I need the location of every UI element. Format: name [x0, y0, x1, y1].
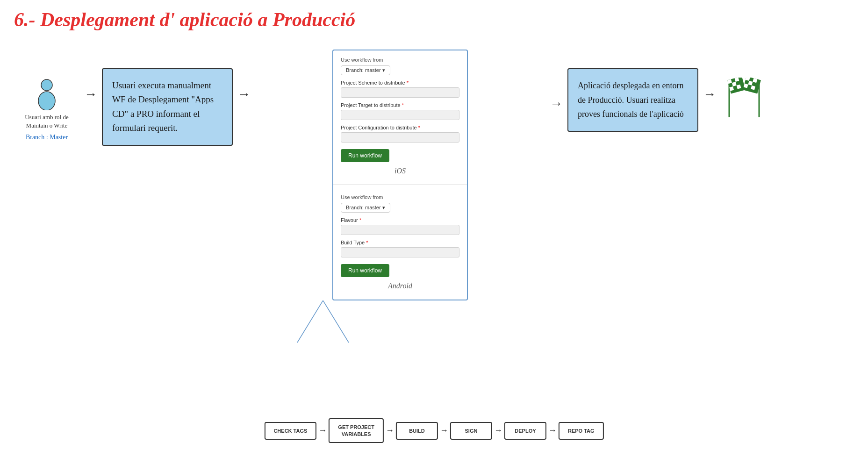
result-box-text: Aplicació desplegada en entorn de Produc… — [578, 79, 688, 121]
ios-field-label-2: Project Configuration to distribute * — [341, 125, 459, 130]
pipeline-step-get-project-variables: GET PROJECTVARIABLES — [329, 418, 384, 443]
blue-box-instruction: Usuari executa manualment WF de Desplega… — [102, 68, 233, 146]
android-input-buildtype[interactable] — [341, 247, 459, 257]
android-required-1: * — [366, 240, 368, 245]
svg-point-0 — [41, 79, 52, 91]
pipeline-container: CHECK TAGS → GET PROJECTVARIABLES → BUIL… — [264, 418, 603, 443]
pipeline-arrow-4: → — [492, 426, 504, 436]
svg-line-3 — [297, 300, 323, 343]
pipeline-step-check-tags: CHECK TAGS — [264, 422, 316, 440]
android-run-workflow-button[interactable]: Run workflow — [341, 264, 389, 277]
pipeline-step-deploy: DEPLOY — [504, 422, 546, 440]
android-workflow-section: Use workflow from Branch: master ▾ Flavo… — [333, 185, 467, 300]
svg-line-2 — [323, 300, 349, 343]
ios-field-label-0: Project Scheme to distribute * — [341, 80, 459, 86]
user-section: Usuari amb rol deMaintain o Write Branch… — [14, 78, 79, 141]
android-required-0: * — [359, 217, 361, 223]
pipeline-step-sign: SIGN — [450, 422, 492, 440]
ios-required-0: * — [407, 80, 409, 86]
arrow-1: → — [79, 87, 102, 102]
pipeline-arrow-1: → — [316, 426, 329, 436]
svg-point-1 — [38, 92, 55, 110]
result-box: Aplicació desplegada en entorn de Produc… — [567, 68, 698, 132]
flag-section — [721, 78, 768, 120]
branch-label: Branch : Master — [26, 134, 68, 141]
main-content: Usuari amb rol deMaintain o Write Branch… — [0, 45, 868, 352]
ios-platform-label: iOS — [341, 162, 459, 178]
pipeline-arrow-3: → — [438, 426, 450, 436]
pipeline-arrow-2: → — [384, 426, 396, 436]
android-workflow-from-label: Use workflow from — [341, 194, 459, 200]
arrow-2: → — [233, 87, 255, 102]
arrow-4: → — [698, 87, 721, 102]
page-title: 6.- Desplegament d' aplicació a Producci… — [0, 0, 868, 36]
ios-input-scheme[interactable] — [341, 87, 459, 98]
android-branch-button[interactable]: Branch: master ▾ — [341, 203, 390, 213]
pipeline-arrow-5: → — [546, 426, 559, 436]
ios-branch-button[interactable]: Branch: master ▾ — [341, 65, 390, 75]
pipeline-step-build: BUILD — [396, 422, 438, 440]
arrow-3: → — [545, 96, 567, 111]
ios-required-1: * — [402, 102, 404, 108]
user-label: Usuari amb rol deMaintain o Write — [25, 113, 69, 130]
workflow-wrapper: Use workflow from Branch: master ▾ Proje… — [255, 50, 545, 347]
funnel-svg — [255, 300, 545, 347]
android-field-label-1: Build Type * — [341, 240, 459, 245]
workflow-panel: Use workflow from Branch: master ▾ Proje… — [332, 50, 468, 300]
ios-workflow-from-label: Use workflow from — [341, 57, 459, 63]
ios-run-workflow-button[interactable]: Run workflow — [341, 149, 389, 162]
user-icon — [34, 78, 60, 110]
ios-required-2: * — [418, 125, 420, 130]
android-field-label-0: Flavour * — [341, 217, 459, 223]
android-platform-label: Android — [341, 277, 459, 293]
blue-box-text: Usuari executa manualment WF de Desplega… — [112, 79, 222, 136]
android-input-flavour[interactable] — [341, 225, 459, 235]
ios-input-target[interactable] — [341, 110, 459, 120]
ios-input-config[interactable] — [341, 132, 459, 143]
pipeline-step-repo-tag: REPO TAG — [559, 422, 604, 440]
checkered-flags-icon — [721, 78, 768, 120]
ios-workflow-section: Use workflow from Branch: master ▾ Proje… — [333, 50, 467, 185]
ios-field-label-1: Project Target to distribute * — [341, 102, 459, 108]
